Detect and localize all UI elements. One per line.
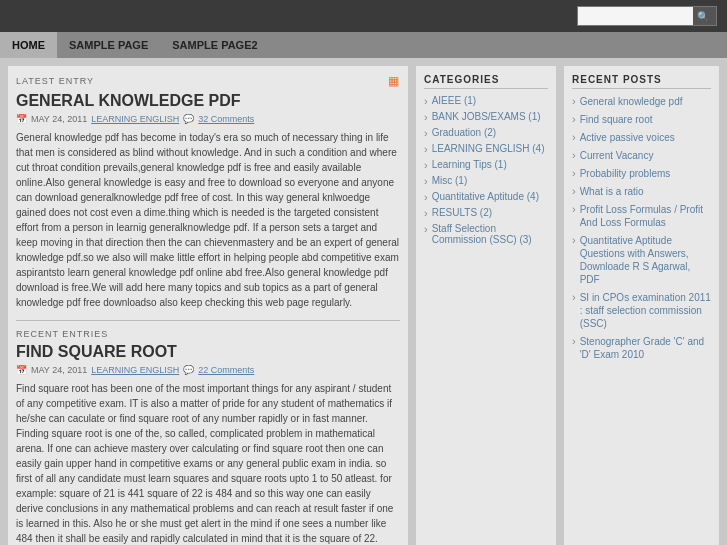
post-1-title: GENERAL KNOWLEDGE PDF — [16, 92, 400, 110]
recent-entries-label: RECENT ENTRIES — [16, 329, 400, 339]
recent-post-item-8[interactable]: SI in CPOs examination 2011 : staff sele… — [572, 291, 711, 330]
content-area: LATEST ENTRY ▦ GENERAL KNOWLEDGE PDF 📅 M… — [8, 66, 408, 545]
category-item-0[interactable]: AIEEE (1) — [424, 95, 548, 107]
recent-post-item-6[interactable]: Profit Loss Formulas / Profit And Loss F… — [572, 203, 711, 229]
sidebar-recent-posts: RECENT POSTS General knowledge pdfFind s… — [564, 66, 719, 545]
post-2-category[interactable]: LEARNING ENGLISH — [91, 365, 179, 375]
category-item-3[interactable]: LEARNING ENGLISH (4) — [424, 143, 548, 155]
rss-icon[interactable]: ▦ — [388, 74, 400, 88]
post-2-meta: 📅 MAY 24, 2011 LEARNING ENGLISH 💬 22 Com… — [16, 365, 400, 375]
post-1-body: General knowledge pdf has become in toda… — [16, 130, 400, 310]
search-button[interactable]: 🔍 — [693, 7, 713, 25]
nav-item-home[interactable]: HOME — [0, 32, 57, 58]
category-item-8[interactable]: Staff Selection Commission (SSC) (3) — [424, 223, 548, 245]
recent-post-item-5[interactable]: What is a ratio — [572, 185, 711, 198]
post-1-date: MAY 24, 2011 — [31, 114, 87, 124]
header: 🔍 — [0, 0, 727, 32]
post-1: GENERAL KNOWLEDGE PDF 📅 MAY 24, 2011 LEA… — [16, 92, 400, 310]
recent-post-item-3[interactable]: Current Vacancy — [572, 149, 711, 162]
search-box: 🔍 — [577, 6, 717, 26]
recent-post-item-9[interactable]: Stenographer Grade 'C' and 'D' Exam 2010 — [572, 335, 711, 361]
comment-icon-2: 💬 — [183, 365, 194, 375]
post-2-date: MAY 24, 2011 — [31, 365, 87, 375]
category-item-5[interactable]: Misc (1) — [424, 175, 548, 187]
navigation: HOME SAMPLE PAGE SAMPLE PAGE2 — [0, 32, 727, 58]
recent-post-item-0[interactable]: General knowledge pdf — [572, 95, 711, 108]
latest-entry-text: LATEST ENTRY — [16, 76, 94, 86]
category-item-7[interactable]: RESULTS (2) — [424, 207, 548, 219]
nav-item-sample-page2[interactable]: SAMPLE PAGE2 — [160, 32, 269, 58]
post-2-title: FIND SQUARE ROOT — [16, 343, 400, 361]
recent-post-item-4[interactable]: Probability problems — [572, 167, 711, 180]
latest-entry-label: LATEST ENTRY ▦ — [16, 74, 400, 88]
divider — [16, 320, 400, 321]
categories-list: AIEEE (1)BANK JOBS/EXAMS (1)Graduation (… — [424, 95, 548, 245]
recent-posts-title: RECENT POSTS — [572, 74, 711, 89]
recent-post-item-2[interactable]: Active passive voices — [572, 131, 711, 144]
main-wrapper: LATEST ENTRY ▦ GENERAL KNOWLEDGE PDF 📅 M… — [0, 58, 727, 545]
comment-icon-1: 💬 — [183, 114, 194, 124]
post-2: FIND SQUARE ROOT 📅 MAY 24, 2011 LEARNING… — [16, 343, 400, 545]
post-1-comments[interactable]: 32 Comments — [198, 114, 254, 124]
post-2-body: Find square root has been one of the mos… — [16, 381, 400, 545]
recent-posts-list: General knowledge pdfFind square rootAct… — [572, 95, 711, 361]
recent-post-item-1[interactable]: Find square root — [572, 113, 711, 126]
calendar-icon-2: 📅 — [16, 365, 27, 375]
category-item-2[interactable]: Graduation (2) — [424, 127, 548, 139]
category-item-1[interactable]: BANK JOBS/EXAMS (1) — [424, 111, 548, 123]
search-input[interactable] — [578, 7, 693, 25]
post-1-category[interactable]: LEARNING ENGLISH — [91, 114, 179, 124]
category-item-6[interactable]: Quantitative Aptitude (4) — [424, 191, 548, 203]
post-1-meta: 📅 MAY 24, 2011 LEARNING ENGLISH 💬 32 Com… — [16, 114, 400, 124]
categories-title: CATEGORIES — [424, 74, 548, 89]
recent-post-item-7[interactable]: Quantitative Aptitude Questions with Ans… — [572, 234, 711, 286]
post-2-comments[interactable]: 22 Comments — [198, 365, 254, 375]
calendar-icon-1: 📅 — [16, 114, 27, 124]
category-item-4[interactable]: Learning Tips (1) — [424, 159, 548, 171]
nav-item-sample-page[interactable]: SAMPLE PAGE — [57, 32, 160, 58]
sidebar-categories: CATEGORIES AIEEE (1)BANK JOBS/EXAMS (1)G… — [416, 66, 556, 545]
